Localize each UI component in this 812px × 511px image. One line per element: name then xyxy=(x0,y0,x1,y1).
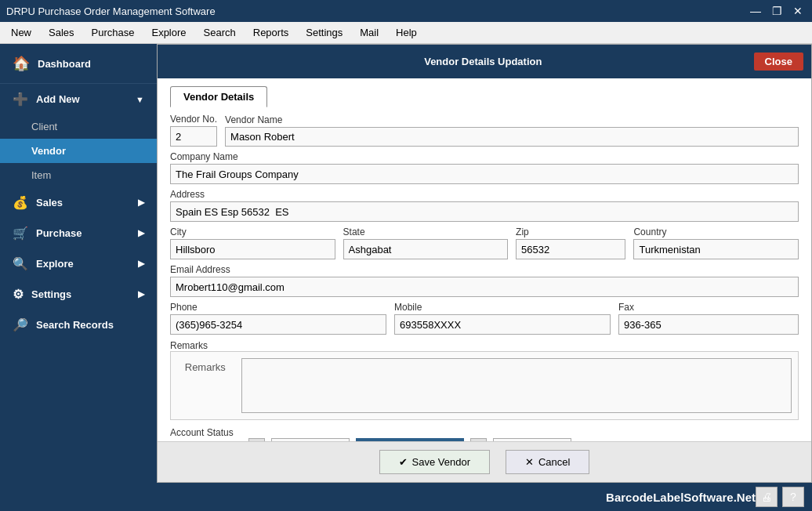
country-label: Country xyxy=(633,227,799,237)
phone-input[interactable] xyxy=(170,314,386,335)
phone-group: Phone xyxy=(170,302,386,335)
city-state-zip-country-row: City State Zip Country xyxy=(170,227,799,259)
footer-buttons: ✔ Save Vendor ✕ Cancel xyxy=(158,441,811,482)
cancel-button[interactable]: ✕ Cancel xyxy=(506,450,589,474)
mobile-input[interactable] xyxy=(394,314,611,335)
close-panel-button[interactable]: Close xyxy=(754,53,803,71)
dashboard-icon: 🏠 xyxy=(13,55,30,72)
remarks-textarea[interactable] xyxy=(241,358,792,413)
save-vendor-label: Save Vendor xyxy=(412,456,470,468)
dashboard-label: Dashboard xyxy=(38,58,91,70)
sidebar-sales-label: Sales xyxy=(36,197,63,208)
maximize-button[interactable]: ❐ xyxy=(769,5,785,16)
remarks-container: Remarks xyxy=(170,351,799,420)
sidebar-item-item[interactable]: Item xyxy=(0,163,157,187)
searchrecords-icon: 🔎 xyxy=(13,317,28,332)
sidebar: 🏠 Dashboard ➕ Add New ▼ Client Vendor It… xyxy=(0,44,157,511)
company-name-input[interactable] xyxy=(170,164,799,184)
bottom-bar-icons: 🖨 ? xyxy=(756,487,804,507)
zip-group: Zip xyxy=(516,227,625,259)
settings-icon: ⚙ xyxy=(13,287,24,302)
address-group: Address xyxy=(170,189,799,222)
menu-explore[interactable]: Explore xyxy=(143,24,194,42)
city-label: City xyxy=(170,227,335,237)
vendor-no-label: Vendor No. xyxy=(170,114,217,125)
menu-sales[interactable]: Sales xyxy=(41,24,82,42)
sidebar-section-addnew[interactable]: ➕ Add New ▼ xyxy=(0,84,157,114)
fax-input[interactable] xyxy=(618,314,799,335)
bottom-bar: BarcodeLabelSoftware.Net 🖨 ? xyxy=(157,483,812,511)
brand-label: BarcodeLabelSoftware.Net xyxy=(606,491,756,504)
address-label: Address xyxy=(170,189,799,200)
main-layout: 🏠 Dashboard ➕ Add New ▼ Client Vendor It… xyxy=(0,44,812,511)
zip-input[interactable] xyxy=(516,239,625,259)
account-status-section: Account Status Opening Balance $ Account… xyxy=(170,426,799,441)
mobile-group: Mobile xyxy=(394,302,611,335)
sales-arrow-icon: ▶ xyxy=(138,198,144,208)
sidebar-section-settings[interactable]: ⚙ Settings ▶ xyxy=(0,279,157,310)
panel-header: Vendor Details Updation Close xyxy=(158,45,811,78)
sidebar-explore-label: Explore xyxy=(36,258,74,270)
phone-label: Phone xyxy=(170,302,386,313)
mobile-label: Mobile xyxy=(394,302,611,313)
menu-help[interactable]: Help xyxy=(388,24,425,42)
sidebar-section-explore[interactable]: 🔍 Explore ▶ xyxy=(0,248,157,279)
print-icon[interactable]: 🖨 xyxy=(756,487,778,507)
state-input[interactable] xyxy=(343,239,509,259)
menu-settings[interactable]: Settings xyxy=(298,24,350,42)
cancel-label: Cancel xyxy=(538,456,570,468)
addnew-arrow-icon: ▼ xyxy=(136,95,144,104)
menu-purchase[interactable]: Purchase xyxy=(84,24,143,42)
sidebar-purchase-label: Purchase xyxy=(36,227,82,239)
sidebar-item-vendor[interactable]: Vendor xyxy=(0,139,157,163)
app-title: DRPU Purchase Order Management Software xyxy=(6,5,216,17)
fax-group: Fax xyxy=(618,302,799,335)
title-bar: DRPU Purchase Order Management Software … xyxy=(0,0,812,22)
cancel-x-icon: ✕ xyxy=(525,456,534,468)
sidebar-dashboard[interactable]: 🏠 Dashboard xyxy=(0,44,157,84)
vendor-no-input[interactable] xyxy=(170,126,217,147)
menu-mail[interactable]: Mail xyxy=(352,24,386,42)
menu-reports[interactable]: Reports xyxy=(245,24,297,42)
sidebar-settings-label: Settings xyxy=(31,288,71,300)
city-group: City xyxy=(170,227,335,259)
state-group: State xyxy=(343,227,509,259)
state-label: State xyxy=(343,227,509,237)
phone-mobile-fax-row: Phone Mobile Fax xyxy=(170,302,799,335)
country-group: Country xyxy=(633,227,799,259)
help-icon[interactable]: ? xyxy=(782,487,804,507)
sidebar-item-client[interactable]: Client xyxy=(0,114,157,139)
remarks-section-label: Remarks xyxy=(170,340,208,351)
minimize-button[interactable]: — xyxy=(747,5,764,16)
account-status-label: Account Status xyxy=(170,427,234,438)
panel-body: Vendor Details Vendor No. Vendor Name Co xyxy=(158,78,811,441)
sidebar-searchrecords-label: Search Records xyxy=(36,319,114,331)
vendor-name-input[interactable] xyxy=(225,127,799,147)
city-input[interactable] xyxy=(170,239,335,259)
save-vendor-button[interactable]: ✔ Save Vendor xyxy=(379,450,490,474)
menu-new[interactable]: New xyxy=(3,24,39,42)
email-input[interactable] xyxy=(170,277,799,297)
tab-vendor-details[interactable]: Vendor Details xyxy=(170,86,267,107)
sidebar-section-sales[interactable]: 💰 Sales ▶ xyxy=(0,187,157,218)
company-name-label: Company Name xyxy=(170,151,799,162)
address-input[interactable] xyxy=(170,201,799,222)
vendor-no-name-row: Vendor No. Vendor Name xyxy=(170,114,799,147)
fax-label: Fax xyxy=(618,302,799,313)
menu-search[interactable]: Search xyxy=(196,24,244,42)
sales-icon: 💰 xyxy=(13,195,28,210)
addnew-icon: ➕ xyxy=(13,92,28,107)
vendor-name-label: Vendor Name xyxy=(225,114,799,125)
tab-bar: Vendor Details xyxy=(170,86,799,107)
sidebar-addnew-label: Add New xyxy=(36,93,80,105)
sidebar-section-purchase[interactable]: 🛒 Purchase ▶ xyxy=(0,218,157,248)
remarks-section: Remarks Remarks xyxy=(170,339,799,420)
purchase-arrow-icon: ▶ xyxy=(138,228,144,238)
email-group: Email Address xyxy=(170,264,799,297)
sidebar-section-searchrecords[interactable]: 🔎 Search Records xyxy=(0,310,157,340)
country-input[interactable] xyxy=(633,239,799,259)
window-close-button[interactable]: ✕ xyxy=(790,5,806,16)
vendor-panel: Vendor Details Updation Close Vendor Det… xyxy=(157,44,812,483)
menu-bar: New Sales Purchase Explore Search Report… xyxy=(0,22,812,44)
content-area: Vendor Details Updation Close Vendor Det… xyxy=(157,44,812,511)
